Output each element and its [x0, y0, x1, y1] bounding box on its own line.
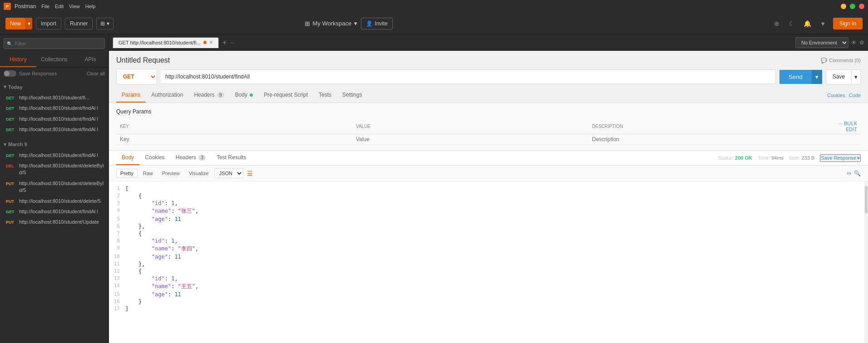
comments-button[interactable]: 💬 Comments (0) — [821, 58, 861, 64]
toolbar-center: ⊞ My Workspace ▾ 👤 Invite — [305, 18, 393, 29]
code-line: 17] — [109, 305, 868, 313]
window-controls — [841, 4, 864, 9]
fmt-tab-pretty[interactable]: Pretty — [116, 169, 138, 178]
menu-file[interactable]: File — [41, 4, 49, 9]
value-input[interactable] — [356, 136, 585, 142]
env-settings-button[interactable]: ⚙ — [859, 39, 864, 46]
list-item[interactable]: GET http://localhost:8010/student/findAl… — [0, 206, 108, 217]
environment-select[interactable]: No Environment — [795, 37, 848, 48]
send-button[interactable]: Send — [779, 70, 811, 84]
search-icon: 🔍 — [7, 41, 12, 46]
list-item[interactable]: GET http://localhost:8010/student/fi... — [0, 93, 108, 103]
runner-button[interactable]: Runner — [65, 18, 93, 29]
new-tab-button[interactable]: + — [221, 39, 228, 47]
heart-icon-button[interactable]: ♥ — [818, 18, 829, 29]
list-item[interactable]: GET http://localhost:8010/student/findAl… — [0, 103, 108, 113]
code-link[interactable]: Code — [849, 93, 861, 98]
line-number: 13 — [109, 275, 125, 281]
params-more-button[interactable]: ··· — [838, 120, 843, 127]
fmt-tab-preview[interactable]: Preview — [158, 169, 183, 177]
more-tabs-button[interactable]: ··· — [230, 39, 235, 46]
fmt-tab-visualize[interactable]: Visualize — [185, 169, 212, 177]
toolbar-right: ⊕ ☾ 🔔 ♥ Sign In — [771, 18, 863, 29]
line-content: "name": "王五", — [125, 283, 868, 290]
resp-tab-test-results[interactable]: Test Results — [211, 151, 252, 165]
new-dropdown-button[interactable]: ▾ — [25, 18, 32, 29]
search-response-button[interactable]: 🔍 — [854, 170, 861, 176]
status-value: 200 OK — [735, 155, 752, 161]
request-tab-active[interactable]: GET http://localhost:8010/student/fi... … — [113, 37, 219, 48]
collapse-icon: ▾ — [4, 84, 6, 90]
import-button[interactable]: Import — [36, 18, 61, 29]
desc-input[interactable] — [592, 136, 821, 142]
list-item[interactable]: GET http://localhost:8010/student/findAl… — [0, 150, 108, 161]
format-type-select[interactable]: JSON — [214, 168, 243, 178]
line-content: "name": "李四", — [125, 245, 868, 253]
method-badge: PUT — [4, 181, 16, 187]
history-section-today: ▾ Today GET http://localhost:8010/studen… — [0, 79, 108, 137]
vertical-scrollbar[interactable] — [864, 181, 868, 343]
menu-view[interactable]: View — [69, 4, 80, 9]
builder-button[interactable]: ⊞ ▾ — [96, 18, 113, 29]
tab-body[interactable]: Body — [230, 88, 259, 103]
new-button[interactable]: New — [5, 18, 25, 29]
app-icon: P — [4, 3, 11, 10]
env-eye-button[interactable]: 👁 — [851, 39, 857, 46]
col-key: KEY — [116, 118, 352, 134]
list-item[interactable]: PUT http://localhost:8010/student/Update — [0, 217, 108, 227]
clear-all-button[interactable]: Clear all — [87, 71, 105, 76]
history-url: http://localhost:8010/student/findAl l — [19, 105, 98, 112]
tab-headers[interactable]: Headers 9 — [188, 88, 229, 103]
search-wrapper: 🔍 — [4, 38, 105, 49]
workspace-button[interactable]: ⊞ My Workspace ▾ — [305, 20, 358, 27]
tab-params[interactable]: Params — [116, 88, 146, 103]
fmt-tab-raw[interactable]: Raw — [139, 169, 157, 177]
close-button[interactable] — [859, 4, 864, 9]
search-input[interactable] — [4, 38, 105, 49]
tab-collections[interactable]: Collections — [36, 53, 73, 67]
toggle-switch[interactable] — [4, 70, 16, 77]
maximize-button[interactable] — [850, 4, 855, 9]
signin-button[interactable]: Sign In — [833, 18, 863, 29]
menu-help[interactable]: Help — [85, 4, 96, 9]
request-tab-label: GET http://localhost:8010/student/fi... — [118, 40, 201, 45]
save-button[interactable]: Save — [826, 69, 852, 84]
tab-settings[interactable]: Settings — [337, 88, 367, 103]
line-number: 3 — [109, 200, 125, 206]
bulk-edit-button[interactable]: Bulk Edit — [844, 121, 857, 132]
resp-tab-body[interactable]: Body — [116, 151, 139, 165]
save-response-button[interactable]: Save Response ▾ — [820, 154, 861, 162]
list-item[interactable]: GET http://localhost:8010/student/findAl… — [0, 124, 108, 135]
moon-icon-button[interactable]: ☾ — [787, 18, 798, 29]
resp-tab-cookies[interactable]: Cookies — [139, 151, 170, 165]
list-item[interactable]: PUT http://localhost:8010/student/delete… — [0, 196, 108, 206]
list-item[interactable]: GET http://localhost:8010/student/findAl… — [0, 114, 108, 124]
resp-tab-headers[interactable]: Headers 3 — [170, 151, 211, 165]
tab-authorization[interactable]: Authorization — [146, 88, 188, 103]
unsaved-indicator — [203, 41, 207, 44]
method-select[interactable]: GET POST PUT DELETE — [116, 69, 157, 84]
invite-button[interactable]: 👤 Invite — [361, 18, 393, 29]
tab-history[interactable]: History — [0, 53, 36, 67]
list-item[interactable]: DEL http://localhost:8010/student/delete… — [0, 161, 108, 178]
format-tabs: Pretty Raw Preview Visualize JSON ☰ ⇔ 🔍 — [109, 166, 868, 181]
format-lines-icon[interactable]: ☰ — [247, 170, 253, 177]
env-selector-area: No Environment 👁 ⚙ — [795, 37, 864, 48]
tab-prerequest[interactable]: Pre-request Script — [258, 88, 313, 103]
date-label: Today — [8, 84, 23, 90]
bell-icon-button[interactable]: 🔔 — [802, 18, 813, 29]
save-responses-toggle[interactable]: Save Responses — [4, 70, 57, 77]
word-wrap-button[interactable]: ⇔ — [847, 170, 851, 176]
menu-edit[interactable]: Edit — [55, 4, 64, 9]
save-dropdown-button[interactable]: ▾ — [852, 69, 861, 84]
key-input[interactable] — [120, 136, 349, 142]
tab-close-button[interactable]: ✕ — [209, 40, 213, 45]
list-item[interactable]: PUT http://localhost:8010/student/delete… — [0, 178, 108, 196]
send-dropdown-button[interactable]: ▾ — [812, 70, 822, 84]
tab-apis[interactable]: APIs — [72, 53, 108, 67]
cookies-link[interactable]: Cookies — [827, 93, 845, 98]
minimize-button[interactable] — [841, 4, 846, 9]
url-input[interactable]: http://localhost:8010/student/findAll — [161, 69, 776, 84]
tab-tests[interactable]: Tests — [313, 88, 337, 103]
search-icon-button[interactable]: ⊕ — [771, 18, 782, 29]
